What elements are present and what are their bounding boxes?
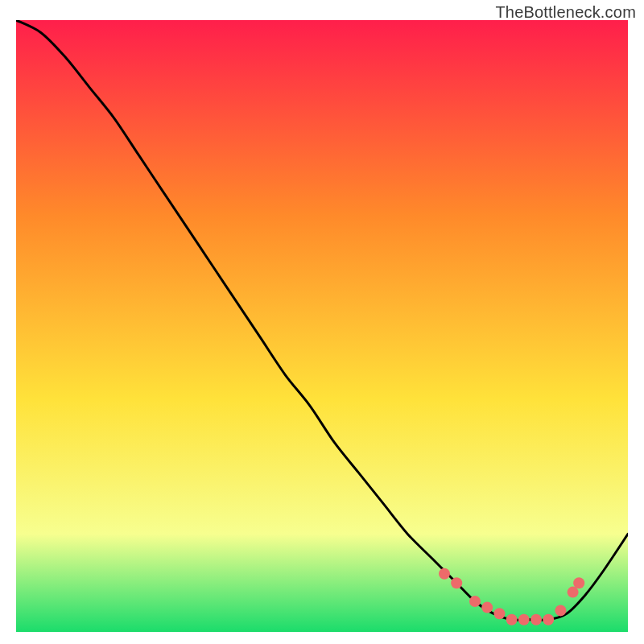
- highlight-dot: [481, 602, 493, 613]
- highlight-dot: [451, 577, 462, 588]
- highlight-dot: [439, 568, 450, 580]
- highlight-dot: [469, 596, 481, 607]
- highlight-dot: [543, 614, 554, 625]
- chart-stage: TheBottleneck.com: [0, 0, 644, 644]
- highlight-dot: [530, 614, 542, 625]
- highlight-dot: [573, 577, 584, 588]
- chart-svg: [16, 20, 628, 632]
- highlight-dot: [555, 605, 566, 616]
- highlight-dot: [568, 587, 579, 598]
- highlight-dot: [506, 614, 518, 625]
- chart-plot: [16, 20, 628, 632]
- highlight-dot: [493, 608, 505, 619]
- highlight-dot: [518, 614, 530, 625]
- watermark-text: TheBottleneck.com: [495, 3, 636, 22]
